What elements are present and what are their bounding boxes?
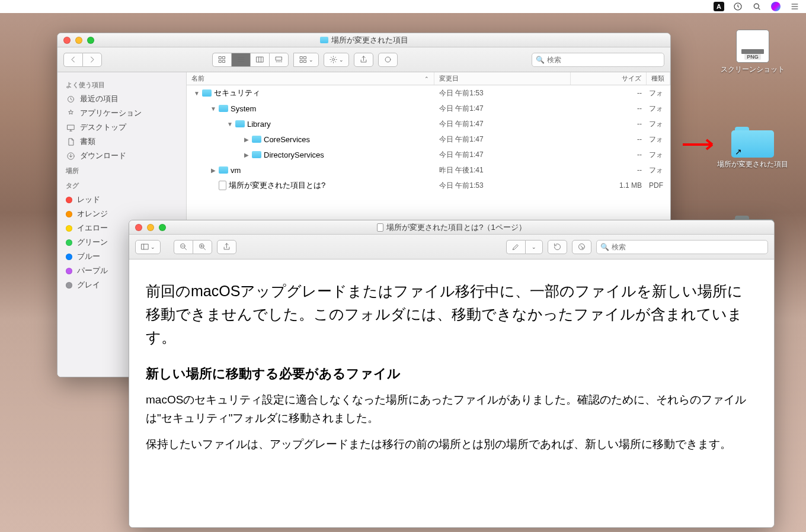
folder-icon [219,166,228,174]
file-date: 今日 午前1:47 [434,119,571,129]
svg-rect-5 [223,60,225,63]
table-row[interactable]: ▶CoreServices今日 午前1:47--フォ [187,132,670,147]
forward-button[interactable] [82,53,102,67]
finder-search[interactable]: 🔍 [532,53,664,67]
sidebar-tag[interactable]: オレンジ [57,207,186,221]
sidebar-favorites-header: よく使う項目 [57,77,186,92]
sidebar-tag[interactable]: レッド [57,193,186,207]
column-view-button[interactable] [250,53,269,67]
preview-titlebar[interactable]: 場所が変更された項目とは?（1ページ） [129,220,774,235]
column-size[interactable]: サイズ [571,72,647,85]
file-kind: フォ [647,104,670,114]
preview-document[interactable]: 前回のmacOSアップグレードまたはファイル移行中に、一部のファイルを新しい場所… [129,259,774,527]
disclosure-triangle[interactable]: ▼ [227,121,233,127]
sidebar-item-documents[interactable]: 書類 [57,134,186,149]
tag-label: グレイ [77,280,100,290]
zoom-button[interactable] [159,224,166,231]
markup-button[interactable] [572,240,591,254]
input-source-icon[interactable]: A [714,1,724,12]
table-row[interactable]: ▼Library今日 午前1:47--フォ [187,116,670,132]
file-name: vm [231,166,241,175]
zoom-button[interactable] [87,37,94,44]
gallery-view-button[interactable] [269,53,289,67]
highlight-menu-button[interactable]: ⌄ [525,240,543,254]
menubar: A [0,0,806,13]
search-input[interactable] [547,56,660,64]
minimize-button[interactable] [147,224,154,231]
rotate-button[interactable] [548,240,567,254]
svg-rect-4 [219,60,222,63]
search-icon: 🔍 [536,56,545,64]
svg-rect-7 [276,57,282,60]
desktop-folder-label: 場所が変更された項目 [717,160,788,168]
disclosure-triangle[interactable]: ▼ [210,105,216,112]
disclosure-triangle[interactable]: ▶ [210,167,216,174]
icon-view-button[interactable] [212,53,231,67]
notification-center-icon[interactable] [789,1,800,12]
highlight-button[interactable] [506,240,525,254]
group-by-button[interactable]: ⌄ [293,53,319,67]
png-file-icon: PNG [736,30,769,63]
desktop-screenshot-file[interactable]: PNG スクリーンショット [717,30,788,73]
list-view-button[interactable] [231,53,250,67]
file-size: 1.1 MB [571,181,647,190]
file-size: -- [571,120,647,128]
minimize-button[interactable] [75,37,82,44]
column-kind[interactable]: 種類 [647,72,670,85]
file-size: -- [571,166,647,174]
table-row[interactable]: ▶vm昨日 午後1:41--フォ [187,162,670,178]
folder-icon: ↗ [731,124,774,158]
tags-button[interactable] [378,53,398,67]
sidebar-item-downloads[interactable]: ダウンロード [57,149,186,163]
sidebar-item-label: 最近の項目 [80,94,119,104]
search-input[interactable] [612,243,764,251]
close-button[interactable] [135,224,142,231]
table-row[interactable]: 場所が変更された項目とは?今日 午前1:531.1 MBPDF [187,178,670,193]
disclosure-triangle[interactable]: ▶ [244,136,250,143]
spotlight-icon[interactable] [751,1,762,12]
file-kind: フォ [647,88,670,98]
svg-point-13 [385,57,391,62]
siri-icon[interactable] [770,1,781,12]
paragraph: 保持したいファイルは、アップグレードまたは移行の前の場所とは別の場所であれば、新… [146,435,757,453]
document-icon [219,181,226,190]
svg-rect-3 [223,57,225,59]
column-date[interactable]: 変更日 [434,72,571,85]
svg-rect-11 [304,60,306,63]
file-kind: PDF [647,181,670,190]
table-row[interactable]: ▶DirectoryServices今日 午前1:47--フォ [187,147,670,162]
sidebar-item-label: アプリケーション [80,108,142,118]
file-date: 今日 午前1:53 [434,88,571,98]
recents-icon [66,94,75,104]
disclosure-triangle[interactable]: ▶ [244,152,250,158]
sidebar-item-recents[interactable]: 最近の項目 [57,92,186,106]
tag-label: イエロー [77,223,108,233]
clock-icon[interactable] [733,1,743,12]
sidebar-tags-header: タグ [57,178,186,193]
finder-titlebar[interactable]: 場所が変更された項目 [57,33,670,47]
preview-search[interactable]: 🔍 [596,240,768,254]
sidebar-locations-header: 場所 [57,163,186,178]
table-row[interactable]: ▼System今日 午前1:47--フォ [187,101,670,116]
svg-rect-9 [304,57,306,59]
desktop-relocated-folder[interactable]: ↗ 場所が変更された項目 [717,124,788,168]
back-button[interactable] [63,53,82,67]
share-button[interactable] [354,53,373,67]
disclosure-triangle[interactable]: ▼ [194,90,200,97]
file-name: 場所が変更された項目とは? [229,180,325,191]
svg-rect-15 [67,125,73,130]
share-button[interactable] [217,240,236,254]
tag-label: ブルー [77,251,100,262]
sidebar-item-applications[interactable]: アプリケーション [57,106,186,120]
close-button[interactable] [63,37,71,44]
tag-dot-icon [66,197,72,203]
file-name: CoreServices [264,135,310,144]
sidebar-toggle-button[interactable]: ⌄ [135,240,161,254]
table-row[interactable]: ▼セキュリティ今日 午前1:53--フォ [187,85,670,101]
zoom-out-button[interactable] [174,240,193,254]
zoom-in-button[interactable] [193,240,212,254]
action-menu-button[interactable]: ⌄ [324,53,349,67]
column-name[interactable]: 名前⌃ [187,72,434,85]
sidebar-item-desktop[interactable]: デスクトップ [57,120,186,134]
file-date: 今日 午前1:47 [434,104,571,114]
